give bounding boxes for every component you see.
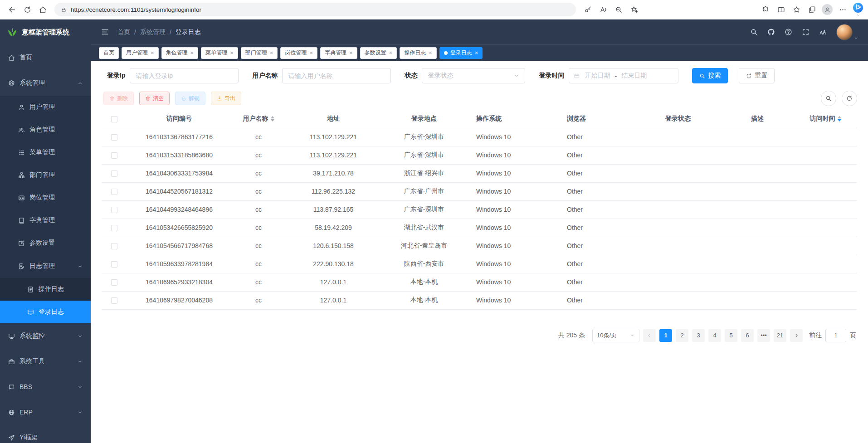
sort-icon[interactable] [838, 116, 841, 122]
row-checkbox[interactable] [111, 279, 117, 286]
page-button-1[interactable]: 1 [659, 329, 672, 342]
refresh-table-button[interactable] [842, 91, 857, 106]
col-access-time[interactable]: 访问时间 [794, 110, 857, 128]
toggle-search-button[interactable] [821, 91, 836, 106]
add-favorite-button[interactable] [627, 3, 641, 16]
row-checkbox[interactable] [111, 152, 117, 159]
row-checkbox[interactable] [111, 134, 117, 141]
sidebar-item-erp[interactable]: ERP [0, 399, 91, 425]
page-size-select[interactable]: 10条/页 [592, 329, 639, 342]
more-pages-button[interactable]: ••• [757, 329, 770, 342]
sidebar-item-login-log[interactable]: 登录日志 [0, 301, 91, 323]
github-icon[interactable] [767, 28, 775, 36]
search-button[interactable]: 搜索 [692, 68, 728, 83]
header-search-icon[interactable] [750, 28, 758, 36]
page-button-4[interactable]: 4 [708, 329, 721, 342]
login-ip-input[interactable] [130, 68, 239, 83]
tab-login-log[interactable]: 登录日志× [439, 47, 483, 59]
close-tab-icon[interactable]: × [389, 50, 393, 56]
browser-profile-button[interactable] [820, 3, 834, 16]
tab-post-management[interactable]: 岗位管理× [280, 47, 317, 59]
close-tab-icon[interactable]: × [230, 50, 234, 56]
tab-department-management[interactable]: 部门管理× [241, 47, 278, 59]
close-tab-icon[interactable]: × [349, 50, 353, 56]
user-menu[interactable] [836, 24, 858, 40]
tab-home[interactable]: 首页 [99, 47, 119, 59]
sidebar-item-operation-log[interactable]: 操作日志 [0, 278, 91, 301]
browser-menu-button[interactable] [835, 3, 850, 16]
close-tab-icon[interactable]: × [151, 50, 154, 56]
export-button[interactable]: 导出 [211, 92, 241, 105]
extensions-button[interactable] [758, 3, 773, 16]
sidebar-item-role-management[interactable]: 角色管理 [0, 118, 91, 141]
help-icon[interactable] [785, 28, 792, 36]
sidebar-item-post-management[interactable]: 岗位管理 [0, 186, 91, 209]
page-button-2[interactable]: 2 [676, 329, 688, 342]
tab-user-management[interactable]: 用户管理× [122, 47, 159, 59]
col-username[interactable]: 用户名称 [231, 110, 286, 128]
page-button-5[interactable]: 5 [725, 329, 737, 342]
sidebar-toggle-button[interactable] [101, 28, 109, 36]
sidebar-item-system-monitoring[interactable]: 系统监控 [0, 323, 91, 349]
collections-button[interactable] [805, 3, 819, 16]
sidebar-item-system-management[interactable]: 系统管理 [0, 70, 91, 96]
clear-button[interactable]: 清空 [139, 92, 170, 105]
sidebar-item-home[interactable]: 首页 [0, 45, 91, 70]
breadcrumb-home[interactable]: 首页 [117, 28, 130, 36]
unlock-button[interactable]: 解锁 [175, 92, 205, 105]
select-all-checkbox[interactable] [111, 116, 117, 122]
page-button-21[interactable]: 21 [774, 329, 786, 342]
goto-page-input[interactable] [825, 329, 846, 342]
row-checkbox[interactable] [111, 225, 117, 231]
close-tab-icon[interactable]: × [309, 50, 313, 56]
close-tab-icon[interactable]: × [475, 50, 478, 56]
sidebar-item-dictionary-management[interactable]: 字典管理 [0, 209, 91, 232]
sidebar-item-yi-framework[interactable]: Yi框架 [0, 425, 91, 443]
bing-chat-button[interactable] [853, 2, 863, 17]
bing-dropdown-caret-icon[interactable] [856, 13, 860, 17]
zoom-button[interactable] [611, 3, 626, 16]
sidebar-item-menu-management[interactable]: 菜单管理 [0, 141, 91, 164]
status-select[interactable]: 登录状态 [422, 68, 525, 83]
browser-home-button[interactable] [35, 3, 50, 16]
browser-back-button[interactable] [5, 3, 19, 16]
next-page-button[interactable] [790, 329, 803, 342]
sort-icon[interactable] [271, 116, 274, 122]
sidebar-item-user-management[interactable]: 用户管理 [0, 96, 91, 118]
row-checkbox[interactable] [111, 297, 117, 304]
row-checkbox[interactable] [111, 207, 117, 213]
sidebar-item-system-tools[interactable]: 系统工具 [0, 349, 91, 374]
read-aloud-button[interactable] [596, 3, 610, 16]
row-checkbox[interactable] [111, 189, 117, 195]
tab-menu-management[interactable]: 菜单管理× [201, 47, 238, 59]
split-screen-button[interactable] [774, 3, 788, 16]
page-button-6[interactable]: 6 [741, 329, 754, 342]
tab-operation-log[interactable]: 操作日志× [400, 47, 437, 59]
tab-role-management[interactable]: 角色管理× [161, 47, 199, 59]
password-key-button[interactable] [580, 3, 595, 16]
site-security-lock-icon[interactable] [61, 7, 67, 13]
font-size-icon[interactable] [819, 28, 827, 36]
sidebar-item-parameter-settings[interactable]: 参数设置 [0, 232, 91, 254]
close-tab-icon[interactable]: × [429, 50, 432, 56]
sidebar-item-bbs[interactable]: BBS [0, 374, 91, 399]
prev-page-button[interactable] [643, 329, 656, 342]
address-bar[interactable]: https://ccnetcore.com:1101/system/log/lo… [54, 3, 576, 16]
row-checkbox[interactable] [111, 170, 117, 177]
breadcrumb-system[interactable]: 系统管理 [140, 28, 166, 36]
fullscreen-icon[interactable] [802, 28, 809, 36]
close-tab-icon[interactable]: × [270, 50, 273, 56]
row-checkbox[interactable] [111, 243, 117, 249]
tab-parameter-settings[interactable]: 参数设置× [360, 47, 397, 59]
delete-button[interactable]: 删除 [103, 92, 134, 105]
close-tab-icon[interactable]: × [190, 50, 194, 56]
browser-refresh-button[interactable] [20, 3, 34, 16]
user-avatar[interactable] [836, 24, 853, 40]
tab-dictionary-management[interactable]: 字典管理× [320, 47, 357, 59]
reset-button[interactable]: 重置 [739, 68, 775, 83]
page-button-3[interactable]: 3 [692, 329, 705, 342]
favorites-button[interactable] [789, 3, 804, 16]
sidebar-item-log-management[interactable]: 日志管理 [0, 254, 91, 278]
row-checkbox[interactable] [111, 261, 117, 268]
sidebar-item-department-management[interactable]: 部门管理 [0, 164, 91, 186]
